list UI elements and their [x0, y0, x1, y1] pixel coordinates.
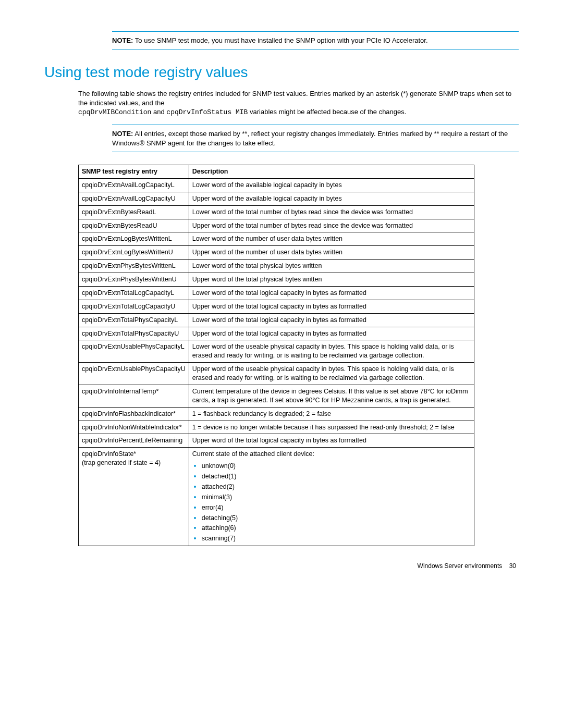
table-row: cpqioDrvExtnTotalLogCapacityLLower word … — [79, 286, 474, 300]
code-token-2: cpqDrvInfoStatus MIB — [166, 108, 248, 116]
code-token-1: cpqDrvMIBCondition — [78, 108, 151, 116]
cell-entry: cpqioDrvExtnPhysBytesWrittenL — [79, 260, 189, 273]
intro-line2: variables might be affected because of t… — [248, 108, 406, 116]
cell-entry: cpqioDrvExtnTotalLogCapacityL — [79, 286, 189, 300]
intro-line1: The following table shows the registry e… — [78, 90, 511, 107]
page-footer: Windows Server environments 30 — [44, 562, 519, 570]
cell-entry: cpqioDrvExtnBytesReadU — [79, 219, 189, 232]
registry-table: SNMP test registry entry Description cpq… — [78, 165, 474, 546]
cell-desc: Lower word of the total physical bytes w… — [189, 260, 474, 273]
table-row: cpqioDrvExtnAvailLogCapacityUUpper word … — [79, 192, 474, 205]
cell-entry: cpqioDrvExtnLogBytesWrittenU — [79, 246, 189, 260]
cell-desc: Upper word of the total logical capacity… — [189, 300, 474, 313]
table-row: cpqioDrvExtnAvailLogCapacityLLower word … — [79, 178, 474, 192]
cell-desc: Lower word of the total number of bytes … — [189, 205, 474, 219]
note-label: NOTE: — [112, 130, 133, 138]
cell-desc: 1 = flashback redundancy is degraded; 2 … — [189, 407, 474, 421]
cell-desc: Lower word of the useable physical capac… — [189, 340, 474, 363]
col-header-desc: Description — [189, 165, 474, 179]
list-item: attached(2) — [202, 482, 471, 491]
table-row: cpqioDrvExtnPhysBytesWrittenLLower word … — [79, 260, 474, 273]
cell-desc: 1 = device is no longer writable because… — [189, 421, 474, 434]
cell-desc: Upper word of the total number of bytes … — [189, 219, 474, 232]
table-row: cpqioDrvExtnPhysBytesWrittenUUpper word … — [79, 273, 474, 287]
footer-page: 30 — [509, 562, 516, 570]
table-row: cpqioDrvInfoFlashbackIndicator*1 = flash… — [79, 407, 474, 421]
cell-desc: Upper word of the available logical capa… — [189, 192, 474, 205]
intro-paragraph: The following table shows the registry e… — [78, 89, 519, 117]
cell-desc: Current temperature of the device in deg… — [189, 385, 474, 407]
note-text: To use SNMP test mode, you must have ins… — [135, 36, 428, 44]
cell-desc: Upper word of the total physical bytes w… — [189, 273, 474, 287]
cell-desc: Upper word of the number of user data by… — [189, 246, 474, 260]
cell-entry: cpqioDrvExtnTotalLogCapacityU — [79, 300, 189, 313]
list-item: detached(1) — [202, 471, 471, 481]
cell-entry: cpqioDrvInfoInternalTemp* — [79, 385, 189, 407]
list-item: minimal(3) — [202, 492, 471, 502]
cell-entry: cpqioDrvExtnTotalPhysCapacityU — [79, 327, 189, 340]
table-row: cpqioDrvExtnTotalPhysCapacityUUpper word… — [79, 327, 474, 340]
table-row-state: cpqioDrvInfoState*(trap generated if sta… — [79, 448, 474, 546]
cell-entry: cpqioDrvInfoState*(trap generated if sta… — [79, 448, 189, 546]
table-header-row: SNMP test registry entry Description — [79, 165, 474, 179]
table-row: cpqioDrvExtnBytesReadLLower word of the … — [79, 205, 474, 219]
list-item: detaching(5) — [202, 513, 471, 523]
cell-entry: cpqioDrvExtnPhysBytesWrittenU — [79, 273, 189, 287]
cell-entry: cpqioDrvInfoNonWritableIndicator* — [79, 421, 189, 434]
list-item: unknown(0) — [202, 461, 471, 471]
table-row: cpqioDrvExtnLogBytesWrittenUUpper word o… — [79, 246, 474, 260]
list-item: attaching(6) — [202, 523, 471, 533]
table-row: cpqioDrvInfoPercentLifeRemainingUpper wo… — [79, 434, 474, 448]
cell-desc: Current state of the attached client dev… — [189, 448, 474, 546]
cell-entry: cpqioDrvInfoFlashbackIndicator* — [79, 407, 189, 421]
table-row: cpqioDrvInfoNonWritableIndicator*1 = dev… — [79, 421, 474, 434]
intro-and: and — [151, 108, 166, 116]
cell-entry: cpqioDrvExtnUsablePhysCapacityU — [79, 363, 189, 385]
table-row: cpqioDrvExtnBytesReadUUpper word of the … — [79, 219, 474, 232]
table-row: cpqioDrvInfoInternalTemp*Current tempera… — [79, 385, 474, 407]
table-row: cpqioDrvExtnUsablePhysCapacityLLower wor… — [79, 340, 474, 363]
list-item: scanning(7) — [202, 533, 471, 543]
note-mid: NOTE: All entries, except those marked b… — [112, 125, 519, 152]
col-header-entry: SNMP test registry entry — [79, 165, 189, 179]
cell-entry: cpqioDrvExtnAvailLogCapacityL — [79, 178, 189, 192]
cell-entry: cpqioDrvInfoPercentLifeRemaining — [79, 434, 189, 448]
cell-desc: Upper word of the total logical capacity… — [189, 434, 474, 448]
cell-entry: cpqioDrvExtnAvailLogCapacityU — [79, 192, 189, 205]
cell-entry: cpqioDrvExtnBytesReadL — [79, 205, 189, 219]
cell-desc: Lower word of the total logical capacity… — [189, 286, 474, 300]
footer-text: Windows Server environments — [418, 562, 503, 570]
table-row: cpqioDrvExtnTotalLogCapacityUUpper word … — [79, 300, 474, 313]
cell-entry: cpqioDrvExtnUsablePhysCapacityL — [79, 340, 189, 363]
table-row: cpqioDrvExtnLogBytesWrittenLLower word o… — [79, 232, 474, 246]
cell-desc: Upper word of the total logical capacity… — [189, 327, 474, 340]
note-label: NOTE: — [112, 36, 133, 44]
cell-desc: Upper word of the useable physical capac… — [189, 363, 474, 385]
cell-desc: Lower word of the total logical capacity… — [189, 313, 474, 327]
cell-desc: Lower word of the available logical capa… — [189, 178, 474, 192]
section-heading: Using test mode registry values — [44, 63, 519, 82]
cell-entry: cpqioDrvExtnTotalPhysCapacityL — [79, 313, 189, 327]
cell-entry: cpqioDrvExtnLogBytesWrittenL — [79, 232, 189, 246]
state-list: unknown(0)detached(1)attached(2)minimal(… — [192, 461, 471, 543]
table-row: cpqioDrvExtnUsablePhysCapacityUUpper wor… — [79, 363, 474, 385]
note-text: All entries, except those marked by **, … — [112, 130, 508, 147]
cell-desc: Lower word of the number of user data by… — [189, 232, 474, 246]
list-item: error(4) — [202, 502, 471, 512]
table-row: cpqioDrvExtnTotalPhysCapacityLLower word… — [79, 313, 474, 327]
note-top: NOTE: To use SNMP test mode, you must ha… — [112, 31, 519, 50]
